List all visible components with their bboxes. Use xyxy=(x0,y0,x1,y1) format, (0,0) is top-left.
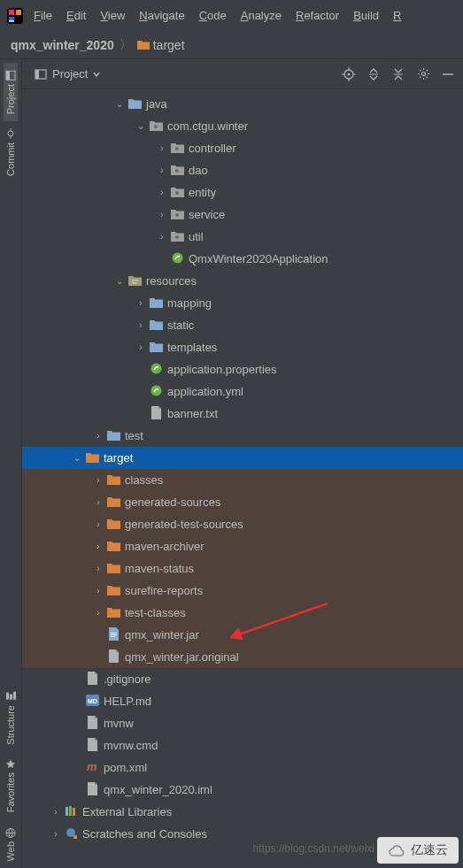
chevron-down-icon[interactable]: ⌄ xyxy=(134,121,148,131)
folder-blue-icon xyxy=(127,97,143,111)
tree-node--gitignore[interactable]: ·.gitignore xyxy=(22,668,463,690)
tree-label: test-classes xyxy=(125,606,186,619)
file-generic-icon xyxy=(148,406,164,422)
tree-label: qmx_winter.jar.original xyxy=(125,650,239,664)
expand-all-icon[interactable] xyxy=(366,66,382,82)
chevron-right-icon[interactable]: › xyxy=(155,210,169,219)
chevron-right-icon[interactable]: › xyxy=(134,298,148,308)
tree-node-resources[interactable]: ⌄resources xyxy=(22,270,463,292)
tree-node-generated-sources[interactable]: ›generated-sources xyxy=(22,491,463,513)
menu-view[interactable]: View xyxy=(93,5,132,26)
tree-node-surefire-reports[interactable]: ›surefire-reports xyxy=(22,580,463,602)
tree-node-banner-txt[interactable]: ·banner.txt xyxy=(22,403,463,425)
menu-navigate[interactable]: Navigate xyxy=(132,5,191,26)
tree-node-qmxwinter2020application[interactable]: ·QmxWinter2020Application xyxy=(22,248,463,270)
tree-node-entity[interactable]: ›entity xyxy=(22,181,463,204)
menu-r[interactable]: R xyxy=(386,5,408,26)
tree-node-mapping[interactable]: ›mapping xyxy=(22,292,463,314)
tree-node-static[interactable]: ›static xyxy=(22,314,463,336)
tree-node-mvnw[interactable]: ·mvnw xyxy=(22,712,463,734)
chevron-right-icon[interactable]: › xyxy=(91,431,105,441)
chevron-down-icon[interactable]: ⌄ xyxy=(112,276,127,286)
hide-icon[interactable] xyxy=(440,66,456,82)
project-tree[interactable]: ⌄java⌄com.ctgu.winter›controller›dao›ent… xyxy=(22,89,463,868)
tree-node-controller[interactable]: ›controller xyxy=(22,137,463,159)
tree-node-classes[interactable]: ›classes xyxy=(22,469,463,491)
chevron-right-icon[interactable]: › xyxy=(155,188,169,197)
file-spring-icon xyxy=(148,384,164,400)
tree-label: Scratches and Consoles xyxy=(82,827,207,841)
collapse-all-icon[interactable] xyxy=(390,66,406,82)
tool-tab-web[interactable]: Web xyxy=(4,820,18,868)
tree-node-test-classes[interactable]: ›test-classes xyxy=(22,602,463,624)
tree-label: generated-sources xyxy=(125,495,220,509)
tree-node-qmx-winter-jar-original[interactable]: ·qmx_winter.jar.original xyxy=(22,646,463,668)
tree-node-mvnw-cmd[interactable]: ·mvnw.cmd xyxy=(22,734,463,757)
tree-label: qmx_winter_2020.iml xyxy=(104,783,212,796)
gear-icon[interactable] xyxy=(415,66,431,82)
tree-node-java[interactable]: ⌄java xyxy=(22,93,463,115)
breadcrumb-project[interactable]: qmx_winter_2020 xyxy=(11,38,114,52)
svg-point-34 xyxy=(172,252,182,263)
chevron-right-icon[interactable]: › xyxy=(155,165,169,175)
project-view-selector[interactable]: Project xyxy=(29,65,105,82)
tree-node-dao[interactable]: ›dao xyxy=(22,159,463,181)
chevron-right-icon[interactable]: › xyxy=(91,586,105,595)
tree-node-pom-xml[interactable]: ·mpom.xml xyxy=(22,757,463,779)
folder-orange-icon xyxy=(105,495,121,510)
svg-rect-41 xyxy=(111,636,115,637)
tree-node-maven-archiver[interactable]: ›maven-archiver xyxy=(22,535,463,557)
tree-node-templates[interactable]: ›templates xyxy=(22,336,463,358)
svg-rect-12 xyxy=(13,692,16,700)
menubar: FileEditViewNavigateCodeAnalyzeRefactorB… xyxy=(0,0,463,31)
breadcrumb-folder[interactable]: target xyxy=(153,38,185,52)
chevron-right-icon[interactable]: › xyxy=(91,564,105,573)
tree-node-test[interactable]: ›test xyxy=(22,425,463,447)
chevron-right-icon[interactable]: › xyxy=(49,829,63,839)
tree-label: application.yml xyxy=(167,385,243,398)
tree-node-target[interactable]: ⌄target xyxy=(22,447,463,469)
file-maven-icon: m xyxy=(84,760,100,776)
menu-file[interactable]: File xyxy=(27,5,59,26)
tool-tab-favorites[interactable]: Favorites xyxy=(4,751,18,819)
chevron-right-icon[interactable]: › xyxy=(155,143,169,153)
chevron-right-icon[interactable]: › xyxy=(134,320,148,330)
chevron-right-icon[interactable]: › xyxy=(91,608,105,618)
tree-node-qmx-winter-jar[interactable]: ·qmx_winter.jar xyxy=(22,624,463,646)
menu-code[interactable]: Code xyxy=(192,5,234,26)
chevron-right-icon[interactable]: › xyxy=(91,519,105,529)
chevron-right-icon[interactable]: › xyxy=(134,342,148,352)
tree-node-application-yml[interactable]: ·application.yml xyxy=(22,380,463,403)
svg-rect-40 xyxy=(111,634,117,635)
chevron-right-icon[interactable]: › xyxy=(91,497,105,507)
chevron-right-icon[interactable]: › xyxy=(155,232,169,242)
chevron-right-icon[interactable]: › xyxy=(49,807,63,817)
tool-tab-project[interactable]: Project xyxy=(4,63,18,121)
tree-node-com-ctgu-winter[interactable]: ⌄com.ctgu.winter xyxy=(22,115,463,137)
tree-node-service[interactable]: ›service xyxy=(22,204,463,226)
tool-tab-structure[interactable]: Structure xyxy=(4,684,18,752)
tree-label: mapping xyxy=(167,296,212,310)
tree-node-qmx-winter-2020-iml[interactable]: ·qmx_winter_2020.iml xyxy=(22,779,463,801)
menu-edit[interactable]: Edit xyxy=(59,5,93,26)
tree-node-application-properties[interactable]: ·application.properties xyxy=(22,358,463,380)
chevron-down-icon xyxy=(93,71,100,78)
tree-node-help-md[interactable]: ·MDHELP.md xyxy=(22,690,463,712)
tree-node-generated-test-sources[interactable]: ›generated-test-sources xyxy=(22,513,463,535)
locate-icon[interactable] xyxy=(341,66,357,82)
chevron-right-icon: 〉 xyxy=(120,37,132,53)
tree-label: QmxWinter2020Application xyxy=(189,252,328,265)
chevron-down-icon[interactable]: ⌄ xyxy=(112,99,127,109)
svg-point-29 xyxy=(175,147,179,150)
tree-node-external-libraries[interactable]: ›External Libraries xyxy=(22,801,463,823)
menu-refactor[interactable]: Refactor xyxy=(289,5,346,26)
tree-node-util[interactable]: ›util xyxy=(22,226,463,248)
tool-tab-commit[interactable]: Commit xyxy=(4,121,18,183)
tree-node-maven-status[interactable]: ›maven-status xyxy=(22,557,463,580)
chevron-right-icon[interactable]: › xyxy=(91,542,105,551)
menu-analyze[interactable]: Analyze xyxy=(234,5,289,26)
menu-build[interactable]: Build xyxy=(346,5,386,26)
chevron-right-icon[interactable]: › xyxy=(91,475,105,485)
chevron-down-icon[interactable]: ⌄ xyxy=(70,453,84,463)
tree-label: com.ctgu.winter xyxy=(167,119,248,133)
